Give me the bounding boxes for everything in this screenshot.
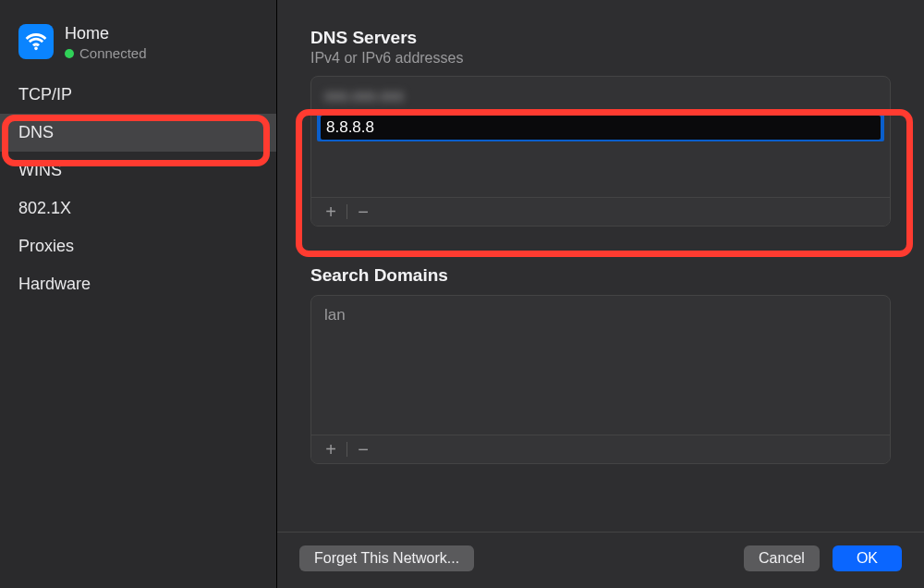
dns-server-row-editing[interactable]: 8.8.8.8 [311, 114, 890, 141]
tab-8021x[interactable]: 802.1X [0, 190, 276, 227]
network-header: Home Connected [0, 18, 276, 76]
sidebar: Home Connected TCP/IP DNS WINS 802.1X Pr… [0, 0, 277, 588]
tab-wins[interactable]: WINS [0, 152, 276, 190]
ok-button[interactable]: OK [833, 545, 902, 571]
tab-hardware[interactable]: Hardware [0, 265, 276, 303]
plus-icon: + [325, 439, 336, 460]
dns-servers-footer: + − [311, 197, 890, 226]
network-info: Home Connected [65, 24, 147, 61]
dns-servers-subtitle: IPv4 or IPv6 addresses [310, 50, 891, 67]
dns-server-row[interactable]: xxx.xxx.xxx [311, 82, 890, 110]
right-buttons: Cancel OK [744, 545, 902, 571]
network-name: Home [65, 24, 147, 43]
remove-search-domain-button[interactable]: − [351, 439, 375, 459]
wifi-icon [18, 24, 54, 59]
bottom-bar: Forget This Network... Cancel OK [277, 532, 924, 588]
dns-server-edit-highlight: 8.8.8.8 [317, 114, 884, 141]
remove-dns-button[interactable]: − [351, 202, 375, 222]
tab-tcpip[interactable]: TCP/IP [0, 76, 276, 114]
tab-dns[interactable]: DNS [0, 114, 276, 152]
plus-icon: + [325, 202, 336, 223]
network-status-label: Connected [79, 45, 147, 61]
search-domains-footer: + − [311, 435, 890, 463]
status-dot-icon [65, 49, 74, 58]
dns-server-input[interactable]: 8.8.8.8 [321, 116, 881, 140]
dns-servers-body: xxx.xxx.xxx 8.8.8.8 [311, 77, 890, 197]
minus-icon: − [358, 202, 369, 223]
add-search-domain-button[interactable]: + [319, 439, 343, 459]
separator [346, 204, 347, 219]
sidebar-tabs: TCP/IP DNS WINS 802.1X Proxies Hardware [0, 76, 276, 303]
separator [346, 442, 347, 457]
search-domain-row[interactable]: lan [311, 301, 890, 329]
minus-icon: − [358, 439, 369, 460]
cancel-button[interactable]: Cancel [744, 545, 820, 571]
add-dns-button[interactable]: + [319, 202, 343, 222]
content-area: DNS Servers IPv4 or IPv6 addresses xxx.x… [277, 0, 924, 532]
tab-proxies[interactable]: Proxies [0, 227, 276, 265]
dns-servers-title: DNS Servers [310, 28, 891, 48]
network-status: Connected [65, 45, 147, 61]
search-domains-title: Search Domains [310, 265, 891, 286]
search-domains-body: lan [311, 296, 890, 435]
search-domains-list[interactable]: lan + − [310, 295, 891, 464]
main-panel: DNS Servers IPv4 or IPv6 addresses xxx.x… [277, 0, 924, 588]
dns-servers-list[interactable]: xxx.xxx.xxx 8.8.8.8 + − [310, 76, 891, 227]
forget-network-button[interactable]: Forget This Network... [299, 545, 474, 571]
